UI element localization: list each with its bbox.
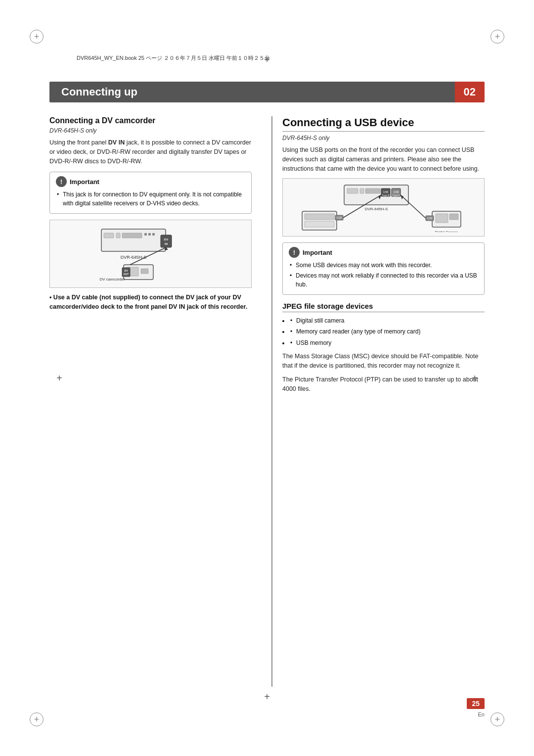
dv-body-text: Using the front panel DV IN jack, it is … <box>49 138 252 166</box>
reg-mark-br <box>490 712 504 726</box>
dv-diagram: DV IN DVR-645H-S DV OUT DV camcorder <box>49 220 252 288</box>
svg-text:USB: USB <box>393 190 399 193</box>
svg-rect-33 <box>305 221 334 227</box>
dv-important-bullet: This jack is for connection to DV equipm… <box>56 190 245 208</box>
usb-important-title: ! Important <box>289 247 478 258</box>
svg-text:IN: IN <box>165 242 168 245</box>
svg-text:USB: USB <box>383 190 388 193</box>
usb-important-box: ! Important Some USB devices may not wor… <box>282 242 485 295</box>
svg-rect-4 <box>144 233 147 236</box>
dv-important-box: ! Important This jack is for connection … <box>49 172 252 214</box>
chapter-header: Connecting up 02 <box>49 82 485 102</box>
jpeg-item-3: USB memory <box>289 338 485 348</box>
svg-text:DVR-645H-S: DVR-645H-S <box>364 207 388 211</box>
jpeg-section-title: JPEG file storage devices <box>282 302 485 312</box>
left-column: Connecting a DV camcorder DVR-645H-S onl… <box>49 116 257 687</box>
svg-text:DV camcorder: DV camcorder <box>99 277 125 282</box>
usb-dvr-only: DVR-645H-S only <box>282 135 485 142</box>
svg-text:Digital Camera: Digital Camera <box>435 231 457 232</box>
svg-rect-21 <box>347 189 358 193</box>
jpeg-list: Digital still camera Memory card reader … <box>282 316 485 348</box>
svg-text:Type A: Type A <box>392 194 400 197</box>
main-content: Connecting a DV camcorder DVR-645H-S onl… <box>49 116 485 687</box>
svg-rect-6 <box>152 233 155 236</box>
svg-rect-41 <box>449 214 458 220</box>
svg-text:OUT: OUT <box>123 273 129 276</box>
svg-rect-23 <box>365 189 380 193</box>
jpeg-item-1: Digital still camera <box>289 316 485 326</box>
file-info: DVR645H_WY_EN.book 25 ページ ２０６年７月５日 水曜日 午… <box>77 54 270 62</box>
dv-use-note: • Use a DV cable (not supplied) to conne… <box>49 293 252 312</box>
svg-rect-1 <box>104 233 114 238</box>
dv-important-title: ! Important <box>56 176 245 187</box>
svg-rect-7 <box>161 235 172 247</box>
svg-text:PictBridge-compatible: PictBridge-compatible <box>302 232 336 232</box>
important-icon-right: ! <box>289 247 300 258</box>
jpeg-item-2: Memory card reader (any type of memory c… <box>289 327 485 336</box>
svg-rect-32 <box>305 214 334 220</box>
page-number: 25 <box>467 698 485 709</box>
svg-rect-13 <box>141 269 148 274</box>
svg-rect-2 <box>116 233 120 238</box>
svg-text:USB: USB <box>336 216 342 219</box>
svg-rect-40 <box>436 214 448 223</box>
page-lang: En <box>478 711 485 717</box>
usb-body3: The Picture Transfer Protocol (PTP) can … <box>282 375 485 394</box>
dv-dvr-only: DVR-645H-S only <box>49 127 252 134</box>
reg-mark-tl <box>30 30 44 44</box>
cross-bottom: + <box>262 692 272 702</box>
svg-rect-22 <box>360 189 364 193</box>
svg-rect-3 <box>122 233 142 238</box>
reg-mark-tr <box>490 30 504 44</box>
svg-text:DV: DV <box>164 238 168 241</box>
usb-body2: The Mass Storage Class (MSC) device shou… <box>282 352 485 371</box>
usb-important-bullet-2: Devices may not work reliably if connect… <box>289 271 478 289</box>
chapter-title: Connecting up <box>49 82 455 102</box>
svg-text:Type B: Type B <box>382 194 390 197</box>
svg-text:DV: DV <box>124 269 128 272</box>
usb-important-bullet-1: Some USB devices may not work with this … <box>289 261 478 270</box>
usb-diagram: USB Type B USB Type A DVR-645H-S PictBri… <box>282 178 485 236</box>
svg-rect-0 <box>101 229 166 251</box>
svg-rect-5 <box>148 233 151 236</box>
usb-section-title: Connecting a USB device <box>282 116 485 132</box>
reg-mark-bl <box>30 712 44 726</box>
usb-body-text: Using the USB ports on the front of the … <box>282 145 485 173</box>
right-column: Connecting a USB device DVR-645H-S only … <box>271 116 485 687</box>
svg-text:USB: USB <box>427 217 432 220</box>
important-icon-left: ! <box>56 176 67 187</box>
chapter-number: 02 <box>455 82 485 102</box>
svg-line-45 <box>400 195 426 218</box>
dv-section-title: Connecting a DV camcorder <box>49 116 252 125</box>
